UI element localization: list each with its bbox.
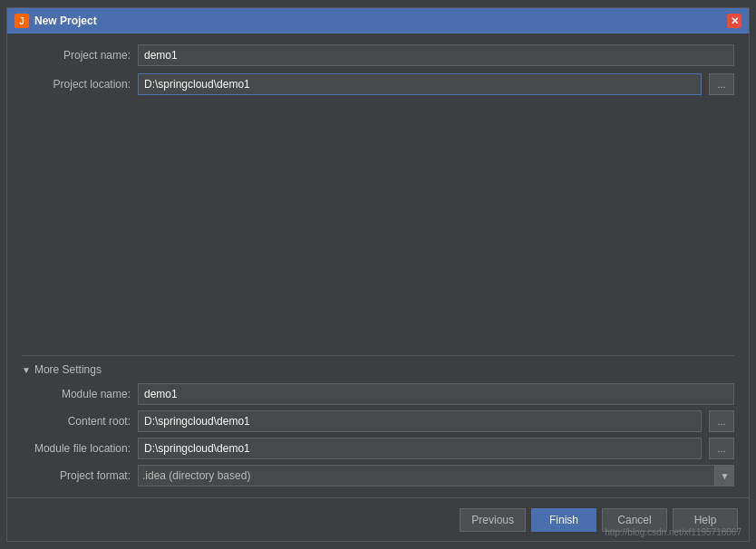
more-settings-header[interactable]: ▼ More Settings: [22, 363, 734, 376]
app-icon: J: [15, 14, 29, 28]
content-root-row: Content root: ...: [22, 410, 734, 432]
module-file-location-input[interactable]: [138, 438, 702, 459]
more-settings-label: More Settings: [34, 363, 102, 376]
module-name-row: Module name:: [22, 383, 734, 405]
new-project-dialog: J New Project ✕ Project name: Project lo…: [6, 7, 750, 542]
project-location-input[interactable]: [138, 73, 702, 95]
module-file-location-browse-button[interactable]: ...: [709, 438, 734, 459]
project-format-select-wrapper: .idea (directory based) ▼: [138, 465, 734, 486]
watermark: http://blog.csdn.net/xf1195718067: [605, 527, 741, 537]
project-location-browse-button[interactable]: ...: [709, 73, 734, 95]
project-format-select[interactable]: .idea (directory based): [138, 465, 734, 486]
module-name-label: Module name:: [22, 388, 131, 400]
content-spacer: [22, 102, 734, 348]
module-name-input[interactable]: [138, 383, 734, 405]
triangle-icon: ▼: [22, 365, 31, 375]
dialog-title: New Project: [34, 14, 97, 27]
title-bar: J New Project ✕: [7, 8, 749, 34]
module-file-location-label: Module file location:: [22, 442, 131, 455]
project-format-row: Project format: .idea (directory based) …: [22, 465, 734, 486]
more-settings-section: ▼ More Settings Module name: Content roo…: [22, 355, 734, 486]
content-root-label: Content root:: [22, 415, 131, 428]
content-root-browse-button[interactable]: ...: [709, 410, 734, 432]
project-format-label: Project format:: [22, 469, 131, 482]
project-location-row: Project location: ...: [22, 73, 734, 95]
project-name-row: Project name:: [22, 44, 734, 66]
close-button[interactable]: ✕: [727, 14, 741, 28]
project-name-label: Project name:: [22, 49, 131, 62]
previous-button[interactable]: Previous: [460, 508, 526, 532]
more-settings-fields: Module name: Content root: ... Module fi…: [22, 383, 734, 486]
title-bar-left: J New Project: [15, 14, 97, 28]
project-name-input[interactable]: [138, 44, 734, 66]
dialog-content: Project name: Project location: ... ▼ Mo…: [7, 34, 749, 497]
finish-button[interactable]: Finish: [531, 508, 596, 532]
module-file-location-row: Module file location: ...: [22, 438, 734, 459]
project-location-label: Project location:: [22, 78, 131, 91]
content-root-input[interactable]: [138, 410, 702, 432]
